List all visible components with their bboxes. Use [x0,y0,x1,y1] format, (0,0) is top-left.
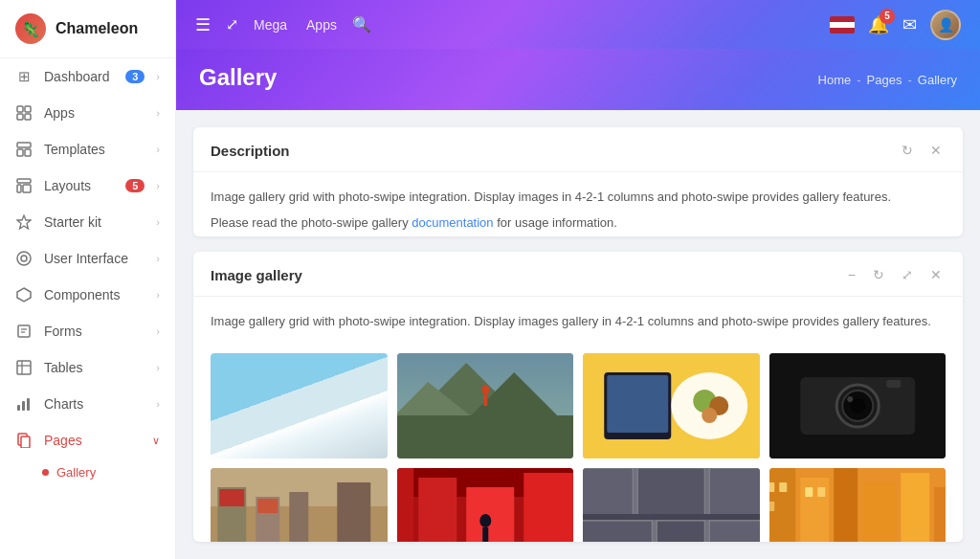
svg-rect-49 [337,482,370,542]
topbar-nav-mega[interactable]: Mega [254,17,287,33]
chevron-right-icon: › [156,71,160,82]
sidebar-item-label: User Interface [44,251,145,266]
gallery-image-aerial[interactable] [583,468,760,542]
breadcrumb-sep-2: - [907,73,911,87]
chevron-right-icon: › [156,253,160,264]
chevron-right-icon: › [156,362,160,373]
svg-point-58 [479,514,491,527]
svg-rect-48 [289,492,308,542]
gallery-image-food[interactable] [583,353,760,458]
gallery-image-japan[interactable] [211,468,388,542]
svg-rect-0 [17,106,23,112]
refresh-icon[interactable]: ↻ [898,141,917,160]
topbar: ☰ ⤢ Mega Apps 🔍 🔔 5 ✉ 👤 [176,0,980,49]
sidebar-item-layouts[interactable]: Layouts 5 › [0,168,175,204]
notification-button[interactable]: 🔔 5 [868,14,889,35]
expand-icon[interactable]: ⤢ [226,15,238,34]
starter-kit-icon [15,213,33,231]
dashboard-icon: ⊞ [15,68,33,85]
svg-rect-75 [862,482,896,542]
gallery-image-mountain[interactable] [397,353,574,458]
sidebar-item-dashboard[interactable]: ⊞ Dashboard 3 › [0,58,175,95]
sidebar-item-label: Pages [44,433,141,448]
topbar-nav-apps[interactable]: Apps [306,17,337,33]
notification-badge: 5 [880,9,895,24]
svg-rect-5 [17,149,23,156]
description-line2: Please read the photo-swipe gallery docu… [211,213,946,234]
svg-rect-19 [22,401,25,411]
svg-rect-55 [466,487,514,542]
svg-rect-20 [27,398,30,411]
sidebar-item-user-interface[interactable]: User Interface › [0,240,175,277]
chevron-right-icon: › [156,216,160,228]
svg-rect-81 [805,487,813,497]
gallery-image-colorful-city[interactable] [769,468,947,542]
svg-point-36 [702,408,717,423]
avatar[interactable]: 👤 [930,10,961,40]
gallery-image-city-red[interactable] [397,468,574,542]
topbar-left: ☰ ⤢ Mega Apps 🔍 [195,14,811,35]
sidebar-item-templates[interactable]: Templates › [0,131,175,168]
sidebar-item-label: Forms [44,324,145,339]
svg-point-28 [481,385,489,394]
refresh-icon[interactable]: ↻ [869,265,888,284]
description-line2-before: Please read the photo-swipe gallery [211,215,412,230]
sidebar-item-charts[interactable]: Charts › [0,386,175,422]
svg-rect-27 [397,415,574,458]
sidebar-item-label: Layouts [44,178,114,193]
mail-icon[interactable]: ✉ [902,14,917,35]
hamburger-icon[interactable]: ☰ [195,14,211,35]
sidebar-item-pages[interactable]: Pages ∨ [0,422,175,458]
sidebar-item-starter-kit[interactable]: Starter kit › [0,204,175,240]
sidebar-item-forms[interactable]: Forms › [0,313,175,349]
gallery-label: Gallery [56,465,96,480]
svg-rect-62 [637,468,704,516]
user-interface-icon [15,250,33,267]
svg-rect-82 [817,487,825,497]
dashboard-badge: 3 [125,70,145,83]
page-header: Gallery Home - Pages - Gallery [176,49,980,110]
sidebar-item-tables[interactable]: Tables › [0,349,175,386]
breadcrumb-sep: - [857,73,860,87]
description-line1: Image gallery grid with photo-swipe inte… [211,188,946,208]
minimize-icon[interactable]: − [844,265,859,284]
breadcrumb-pages[interactable]: Pages [867,73,902,87]
language-flag[interactable] [830,16,855,34]
documentation-link[interactable]: documentation [412,215,493,230]
description-card-header: Description ↻ ✕ [193,127,963,172]
svg-rect-32 [607,375,668,433]
sidebar-item-label: Components [44,287,145,302]
close-icon[interactable]: ✕ [926,141,946,160]
fullscreen-icon[interactable]: ⤢ [898,265,917,284]
breadcrumb-current: Gallery [918,73,957,87]
sidebar-logo[interactable]: 🦎 Chameleon [0,0,175,58]
sidebar-item-label: Starter kit [44,214,145,230]
gallery-image-santorini[interactable] [211,353,388,458]
svg-rect-4 [17,143,31,147]
search-icon[interactable]: 🔍 [352,15,371,34]
svg-rect-61 [583,468,633,516]
gallery-card: Image gallery − ↻ ⤢ ✕ Image gallery grid… [193,252,963,542]
svg-rect-59 [482,527,488,542]
svg-rect-7 [17,179,31,183]
close-icon[interactable]: ✕ [926,265,946,284]
sidebar-item-label: Templates [44,142,145,157]
svg-rect-78 [769,482,774,492]
svg-rect-51 [257,499,278,513]
gallery-card-header: Image gallery − ↻ ⤢ ✕ [193,252,963,297]
sidebar-item-label: Tables [44,360,145,375]
templates-icon [15,141,33,158]
svg-rect-8 [17,185,21,192]
svg-rect-76 [901,473,929,542]
apps-icon [15,104,33,122]
breadcrumb-home[interactable]: Home [818,73,852,87]
svg-rect-65 [657,521,704,542]
chevron-right-icon: › [156,144,160,155]
sidebar-item-apps[interactable]: Apps › [0,95,175,131]
description-card-body: Image gallery grid with photo-swipe inte… [193,172,963,236]
sidebar-subitem-gallery[interactable]: Gallery [0,458,175,486]
gallery-image-camera[interactable] [769,353,947,458]
sidebar-item-components[interactable]: Components › [0,277,175,313]
components-icon [15,286,33,303]
tables-icon [15,359,33,376]
